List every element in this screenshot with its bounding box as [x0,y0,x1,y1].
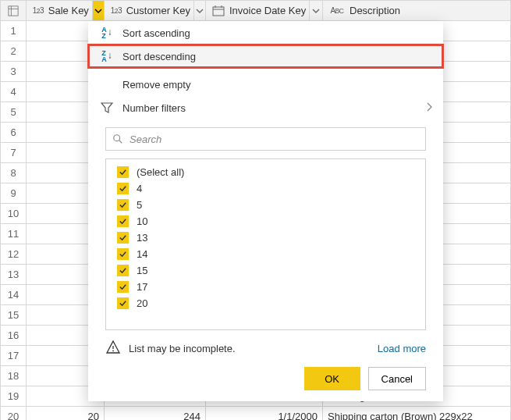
column-label: Description [350,5,506,16]
row-number-cell: 11 [1,224,27,244]
row-number-cell: 5 [1,102,27,123]
row-number-cell: 12 [1,244,27,265]
filter-value-label: 14 [137,248,147,260]
checkbox-checked-icon[interactable] [117,281,129,293]
number-type-icon: 123 [109,4,123,18]
filter-values-list[interactable]: (Select all) 45101314151720 [105,158,426,330]
search-field-wrap [105,127,426,151]
sort-descending-label: Sort descending [122,51,196,62]
row-number-cell: 17 [1,346,27,366]
filter-icon [99,101,115,114]
checkbox-checked-icon[interactable] [117,265,129,276]
warning-icon [105,340,121,358]
invdate-cell[interactable]: 1/1/2000 [206,407,323,421]
chevron-down-icon [196,7,204,15]
column-label: Customer Key [126,5,190,16]
column-dropdown-button[interactable] [92,1,104,20]
number-filters-item[interactable]: Number filters [88,96,443,119]
row-number-cell: 13 [1,265,27,285]
row-number-cell: 15 [1,305,27,326]
checkbox-checked-icon[interactable] [117,232,129,244]
row-number-cell: 9 [1,183,27,204]
row-number-cell: 19 [1,386,27,407]
select-all-row[interactable]: (Select all) [106,164,425,180]
svg-point-10 [112,350,114,351]
cancel-button[interactable]: Cancel [368,367,426,390]
row-number-cell: 7 [1,143,27,163]
row-number-header [1,1,27,21]
column-header-desc[interactable]: ABC Description [323,1,511,21]
row-number-cell: 20 [1,407,27,421]
sort-ascending-icon: AZ↓ [99,27,115,39]
checkbox-checked-icon[interactable] [117,297,129,309]
svg-rect-0 [9,5,18,15]
svg-line-8 [119,141,122,144]
column-label: Invoice Date Key [229,5,306,16]
row-number-cell: 18 [1,366,27,386]
sort-descending-item[interactable]: ZA↓ Sort descending [88,44,443,68]
row-number-cell: 14 [1,285,27,305]
row-number-cell: 4 [1,82,27,102]
column-header-invdate[interactable]: Invoice Date Key [206,1,323,21]
ok-button[interactable]: OK [304,367,360,390]
checkbox-checked-icon[interactable] [117,248,129,260]
filter-value-row[interactable]: 15 [106,262,425,279]
filter-value-row[interactable]: 13 [106,230,425,246]
date-type-icon [211,4,226,18]
sort-descending-icon: ZA↓ [99,50,115,62]
search-input[interactable] [123,133,419,145]
filter-value-label: 17 [137,281,147,293]
chevron-down-icon [94,7,102,15]
filter-value-row[interactable]: 5 [106,197,425,213]
row-number-cell: 1 [1,21,27,41]
description-cell[interactable]: Shipping carton (Brown) 229x22 [323,407,511,421]
salekey-cell[interactable]: 20 [27,407,105,421]
row-number-cell: 8 [1,163,27,183]
column-label: Sale Key [48,5,89,16]
filter-value-row[interactable]: 17 [106,279,425,295]
chevron-down-icon [312,7,320,15]
filter-value-row[interactable]: 4 [106,180,425,197]
sort-ascending-label: Sort ascending [122,27,190,39]
filter-value-label: 13 [137,232,147,244]
table-row[interactable]: 20202441/1/2000Shipping carton (Brown) 2… [1,407,511,421]
custkey-cell[interactable]: 244 [105,407,206,421]
filter-value-row[interactable]: 10 [106,213,425,230]
filter-value-label: 5 [137,199,142,211]
incomplete-label: List may be incomplete. [129,343,236,354]
search-icon [112,133,123,144]
remove-empty-item[interactable]: Remove empty [88,73,443,96]
filter-value-label: 20 [137,297,147,309]
checkbox-checked-icon[interactable] [117,199,129,211]
row-number-cell: 2 [1,41,27,62]
filter-value-row[interactable]: 14 [106,246,425,262]
text-type-icon: ABC [328,4,346,18]
select-all-label: (Select all) [137,166,184,178]
column-dropdown-button[interactable] [309,1,322,20]
filter-value-label: 10 [137,215,147,227]
load-more-link[interactable]: Load more [378,343,426,354]
filter-value-row[interactable]: 20 [106,295,425,311]
filter-value-label: 15 [137,265,147,276]
row-number-cell: 10 [1,204,27,224]
checkbox-checked-icon[interactable] [117,215,129,227]
row-number-cell: 3 [1,62,27,82]
svg-point-7 [114,135,120,141]
number-filters-label: Number filters [122,102,186,114]
row-number-cell: 6 [1,123,27,143]
column-header-custkey[interactable]: 123 Customer Key [105,1,206,21]
remove-empty-label: Remove empty [122,79,190,91]
column-header-salekey[interactable]: 123 Sale Key [27,1,105,21]
column-dropdown-button[interactable] [193,1,205,20]
checkbox-checked-icon[interactable] [117,166,129,178]
sort-ascending-item[interactable]: AZ↓ Sort ascending [88,21,443,44]
filter-value-label: 4 [137,183,142,194]
table-icon [8,5,19,16]
filter-dropdown: AZ↓ Sort ascending ZA↓ Sort descending R… [88,21,443,401]
number-type-icon: 123 [31,4,45,18]
chevron-right-icon [426,102,432,114]
svg-rect-3 [213,7,224,16]
row-number-cell: 16 [1,326,27,346]
checkbox-checked-icon[interactable] [117,183,129,194]
